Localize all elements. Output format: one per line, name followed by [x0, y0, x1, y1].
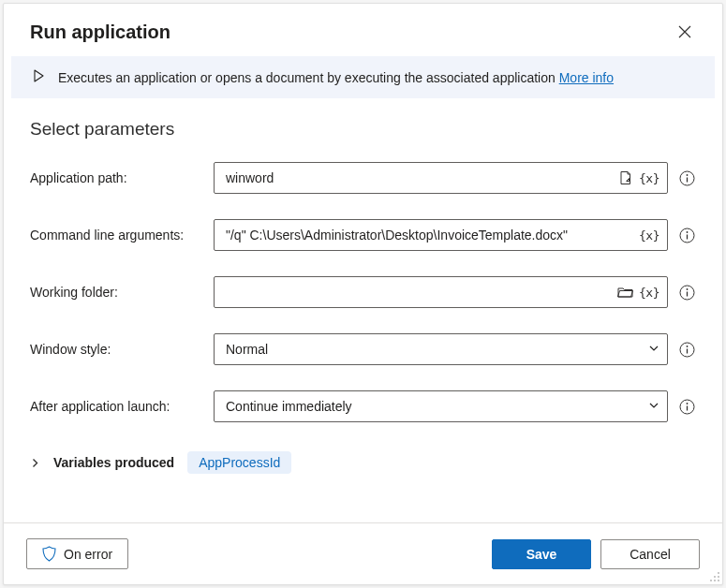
save-button[interactable]: Save	[492, 539, 591, 569]
after-launch-select[interactable]: Continue immediately	[214, 390, 668, 422]
on-error-button[interactable]: On error	[26, 538, 128, 569]
svg-point-3	[686, 231, 688, 233]
row-window-style: Window style: Normal	[30, 333, 696, 365]
application-path-label: Application path:	[30, 170, 214, 185]
row-cli-arguments: Command line arguments: {x}	[30, 219, 696, 251]
cancel-button[interactable]: Cancel	[600, 539, 700, 569]
info-icon[interactable]	[677, 226, 696, 244]
browse-file-icon[interactable]	[616, 169, 635, 187]
run-application-dialog: Run application Executes an application …	[3, 3, 723, 585]
row-working-folder: Working folder: {x}	[30, 276, 696, 308]
play-icon	[32, 69, 45, 85]
variable-badge[interactable]: AppProcessId	[187, 451, 291, 474]
info-icon[interactable]	[677, 283, 696, 301]
working-folder-label: Working folder:	[30, 285, 214, 300]
svg-point-1	[686, 174, 688, 176]
dialog-body: Select parameters Application path: {x} …	[4, 98, 722, 522]
dialog-footer: On error Save Cancel	[4, 522, 722, 584]
cli-arguments-label: Command line arguments:	[30, 228, 214, 243]
row-after-launch: After application launch: Continue immed…	[30, 390, 696, 422]
close-icon	[678, 25, 691, 38]
info-icon[interactable]	[677, 169, 696, 187]
dialog-title: Run application	[30, 22, 170, 43]
working-folder-input-wrap: {x}	[214, 276, 668, 308]
cli-arguments-input-wrap: {x}	[214, 219, 668, 251]
info-banner: Executes an application or opens a docum…	[11, 56, 715, 98]
working-folder-input[interactable]	[226, 285, 613, 300]
after-launch-label: After application launch:	[30, 399, 214, 414]
shield-icon	[42, 546, 56, 562]
svg-point-9	[686, 403, 688, 404]
window-style-select[interactable]: Normal	[214, 333, 668, 365]
variable-picker-icon[interactable]: {x}	[639, 228, 659, 243]
browse-folder-icon[interactable]	[616, 283, 635, 301]
window-style-label: Window style:	[30, 342, 214, 357]
section-title: Select parameters	[30, 119, 696, 140]
close-button[interactable]	[670, 17, 700, 47]
chevron-down-icon	[648, 342, 659, 357]
on-error-label: On error	[64, 547, 112, 562]
banner-text: Executes an application or opens a docum…	[58, 70, 614, 85]
svg-point-7	[686, 345, 688, 347]
variable-picker-icon[interactable]: {x}	[639, 286, 659, 300]
application-path-input-wrap: {x}	[214, 162, 668, 194]
application-path-input[interactable]	[226, 170, 613, 185]
variables-produced-toggle[interactable]	[30, 458, 40, 468]
dialog-header: Run application	[4, 4, 722, 56]
variables-produced-label: Variables produced	[53, 455, 174, 470]
svg-point-5	[686, 288, 688, 290]
more-info-link[interactable]: More info	[559, 70, 614, 85]
row-application-path: Application path: {x}	[30, 162, 696, 194]
variables-produced-row: Variables produced AppProcessId	[30, 448, 696, 474]
info-icon[interactable]	[677, 340, 696, 359]
right-actions: Save Cancel	[492, 539, 700, 569]
variable-picker-icon[interactable]: {x}	[639, 171, 659, 185]
after-launch-selected: Continue immediately	[226, 399, 352, 414]
window-style-selected: Normal	[226, 342, 268, 357]
info-icon[interactable]	[677, 397, 696, 416]
chevron-down-icon	[648, 399, 659, 414]
chevron-right-icon	[30, 458, 40, 468]
cli-arguments-input[interactable]	[226, 228, 635, 243]
